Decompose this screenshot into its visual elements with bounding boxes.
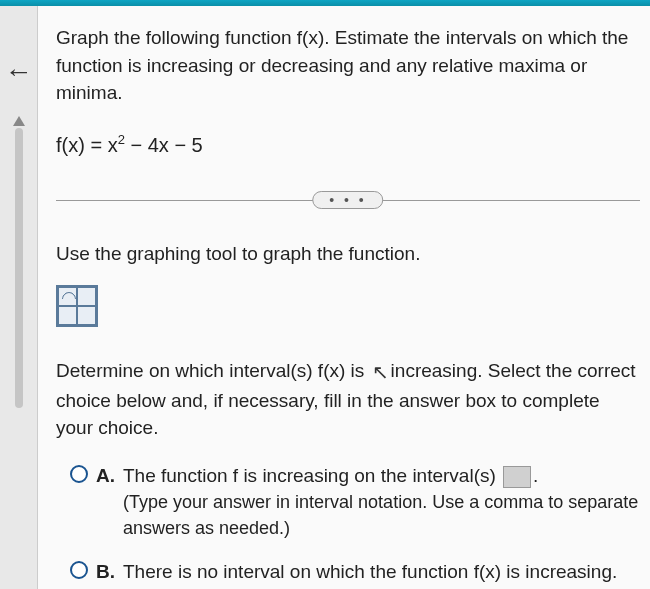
- choice-a-body: The function f is increasing on the inte…: [123, 462, 640, 542]
- graph-tool-quadrant: [58, 287, 77, 306]
- radio-b[interactable]: [70, 561, 88, 579]
- interval-instruction: Determine on which interval(s) f(x) is ↖…: [56, 357, 640, 442]
- graph-tool-quadrant: [77, 287, 96, 306]
- choice-b: B. There is no interval on which the fun…: [70, 558, 640, 586]
- radio-a[interactable]: [70, 465, 88, 483]
- graphing-instruction: Use the graphing tool to graph the funct…: [56, 240, 640, 268]
- graph-tool-quadrant: [58, 306, 77, 325]
- main-container: ← Graph the following function f(x). Est…: [0, 6, 650, 589]
- choice-a-hint: (Type your answer in interval notation. …: [123, 489, 640, 541]
- choice-a-text-before: The function f is increasing on the inte…: [123, 465, 501, 486]
- choice-a: A. The function f is increasing on the i…: [70, 462, 640, 542]
- choice-b-text: There is no interval on which the functi…: [123, 558, 640, 586]
- scroll-indicator[interactable]: [15, 128, 23, 408]
- choice-a-text-after: .: [533, 465, 538, 486]
- content-area: Graph the following function f(x). Estim…: [38, 6, 650, 589]
- back-arrow-icon[interactable]: ←: [5, 56, 33, 88]
- graph-tool-quadrant: [77, 306, 96, 325]
- cursor-icon: ↖: [372, 358, 389, 387]
- equation-suffix: − 4x − 5: [125, 134, 203, 156]
- equation-exponent: 2: [118, 132, 125, 147]
- instruction-part-a: Determine on which interval(s) f(x) is: [56, 360, 370, 381]
- left-sidebar: ←: [0, 6, 38, 589]
- question-prompt: Graph the following function f(x). Estim…: [56, 24, 640, 107]
- graph-tool-button[interactable]: [56, 285, 98, 327]
- choice-list: A. The function f is increasing on the i…: [56, 462, 640, 585]
- function-equation: f(x) = x2 − 4x − 5: [56, 131, 640, 160]
- equation-prefix: f(x) = x: [56, 134, 118, 156]
- choice-a-label: A.: [96, 462, 115, 490]
- section-divider: • • •: [56, 188, 640, 212]
- answer-input-box[interactable]: [503, 466, 531, 488]
- choice-b-label: B.: [96, 558, 115, 586]
- expand-button[interactable]: • • •: [312, 191, 383, 209]
